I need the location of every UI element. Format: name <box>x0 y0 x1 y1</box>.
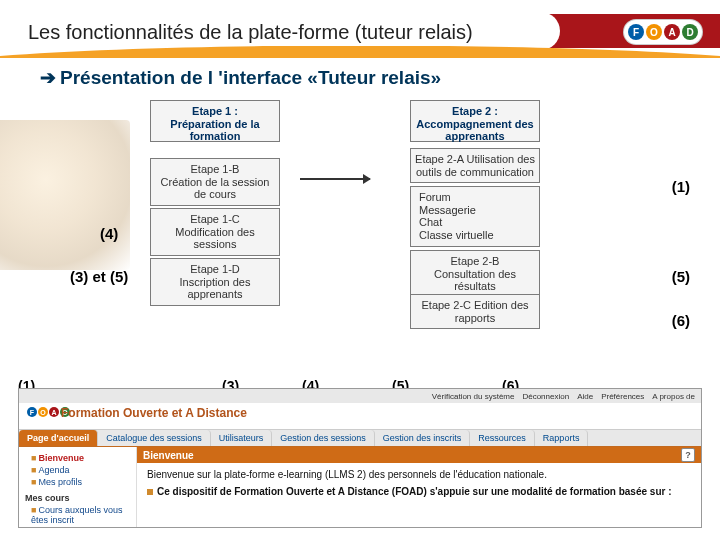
badge-letter-f: F <box>628 24 644 40</box>
welcome-bar: Bienvenue ? <box>137 447 701 463</box>
etape2-a: Etape 2-A Utilisation des outils de comm… <box>410 148 540 183</box>
etape1-d: Etape 1-D Inscription des apprenants <box>150 258 280 306</box>
tab-catalogue[interactable]: Catalogue des sessions <box>98 430 211 446</box>
app-screenshot: Vérification du système Déconnexion Aide… <box>18 388 702 528</box>
etape1-c: Etape 1-C Modification des sessions <box>150 208 280 256</box>
sidebar-date: Cours 03/09/08 <box>31 527 93 528</box>
tab-utilisateurs[interactable]: Utilisateurs <box>211 430 273 446</box>
subtitle-text: Présentation de l 'interface «Tuteur rel… <box>60 67 441 88</box>
welcome-bar-label: Bienvenue <box>143 450 194 461</box>
subtitle: ➔Présentation de l 'interface «Tuteur re… <box>40 66 441 89</box>
tab-home[interactable]: Page d'accueil <box>19 430 98 446</box>
annotation-4: (4) <box>100 225 118 242</box>
orange-swoosh <box>0 46 720 58</box>
annotation-1: (1) <box>672 178 690 195</box>
sidebar-profils[interactable]: Mes profils <box>38 477 82 487</box>
mini-badge-f: F <box>27 407 37 417</box>
etape2-b: Etape 2-B Consultation des résultats <box>410 250 540 298</box>
tab-rapports[interactable]: Rapports <box>535 430 589 446</box>
sidebar-mescours-header: Mes cours <box>25 493 130 503</box>
etape1-head: Etape 1 : Préparation de la formation <box>150 100 280 142</box>
badge-letter-o: O <box>646 24 662 40</box>
sidebar: ■Bienvenue ■Agenda ■Mes profils Mes cour… <box>19 447 137 528</box>
app-body: ■Bienvenue ■Agenda ■Mes profils Mes cour… <box>19 447 701 528</box>
badge-letter-d: D <box>682 24 698 40</box>
app-tabs: Page d'accueil Catalogue des sessions Ut… <box>19 429 701 447</box>
sidebar-agenda[interactable]: Agenda <box>38 465 69 475</box>
square-bullet-icon <box>147 489 153 495</box>
background-photo <box>0 120 130 270</box>
etape2-head: Etape 2 : Accompagnement des apprenants <box>410 100 540 142</box>
mini-badge-a: A <box>49 407 59 417</box>
brand-name: Formation Ouverte et A Distance <box>61 406 247 420</box>
annotation-6: (6) <box>672 312 690 329</box>
help-icon[interactable]: ? <box>681 448 695 462</box>
sidebar-mescours-item[interactable]: Cours auxquels vous êtes inscrit <box>31 505 122 525</box>
tab-gestion-inscrits[interactable]: Gestion des inscrits <box>375 430 471 446</box>
main-area: Bienvenue ? Bienvenue sur la plate-forme… <box>137 447 701 528</box>
topbar-aide[interactable]: Aide <box>577 392 593 401</box>
tab-gestion-sessions[interactable]: Gestion des sessions <box>272 430 375 446</box>
etape2-c: Etape 2-C Edition des rapports <box>410 294 540 329</box>
etape2-list: Forum Messagerie Chat Classe virtuelle <box>410 186 540 247</box>
app-topbar: Vérification du système Déconnexion Aide… <box>19 389 701 403</box>
welcome-text: Bienvenue sur la plate-forme e-learning … <box>137 463 701 486</box>
topbar-deco[interactable]: Déconnexion <box>522 392 569 401</box>
arrow-right-icon: ➔ <box>40 67 56 88</box>
flow-arrow-icon <box>300 178 370 180</box>
topbar-apropos[interactable]: A propos de <box>652 392 695 401</box>
topbar-pref[interactable]: Préférences <box>601 392 644 401</box>
tab-ressources[interactable]: Ressources <box>470 430 535 446</box>
sidebar-bienvenue[interactable]: Bienvenue <box>38 453 84 463</box>
app-brand: F O A D Formation Ouverte et A Distance <box>19 403 701 429</box>
badge-letter-a: A <box>664 24 680 40</box>
bullet-text: Ce dispositif de Formation Ouverte et A … <box>157 486 672 497</box>
annotation-5: (5) <box>672 268 690 285</box>
foad-badge: F O A D <box>624 20 702 44</box>
page-title: Les fonctionnalités de la plate-forme (t… <box>28 21 473 44</box>
etape1-b: Etape 1-B Création de la session de cour… <box>150 158 280 206</box>
mini-badge-o: O <box>38 407 48 417</box>
annotation-3-5: (3) et (5) <box>70 268 128 285</box>
bullet-line: Ce dispositif de Formation Ouverte et A … <box>137 486 701 497</box>
topbar-verif[interactable]: Vérification du système <box>432 392 515 401</box>
flowchart: Etape 1 : Préparation de la formation Et… <box>150 100 590 330</box>
